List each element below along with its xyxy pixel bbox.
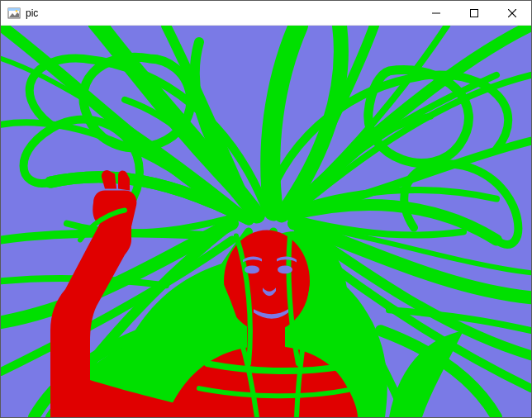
window-title: pic	[26, 7, 417, 19]
svg-rect-5	[471, 9, 478, 17]
maximize-button[interactable]	[455, 1, 493, 25]
image-viewport	[1, 26, 531, 417]
svg-point-13	[278, 265, 292, 273]
app-image-icon	[7, 7, 21, 20]
window-controls	[417, 1, 531, 25]
close-button[interactable]	[493, 1, 531, 25]
posterized-image	[1, 26, 531, 417]
close-icon	[508, 9, 516, 17]
minimize-button[interactable]	[417, 1, 455, 25]
svg-point-3	[16, 10, 17, 12]
titlebar[interactable]: pic	[1, 1, 531, 26]
svg-rect-1	[8, 8, 20, 11]
svg-marker-2	[9, 12, 19, 17]
svg-point-12	[245, 265, 259, 273]
os-window: pic	[0, 0, 532, 418]
maximize-icon	[470, 9, 478, 17]
minimize-icon	[432, 9, 440, 17]
